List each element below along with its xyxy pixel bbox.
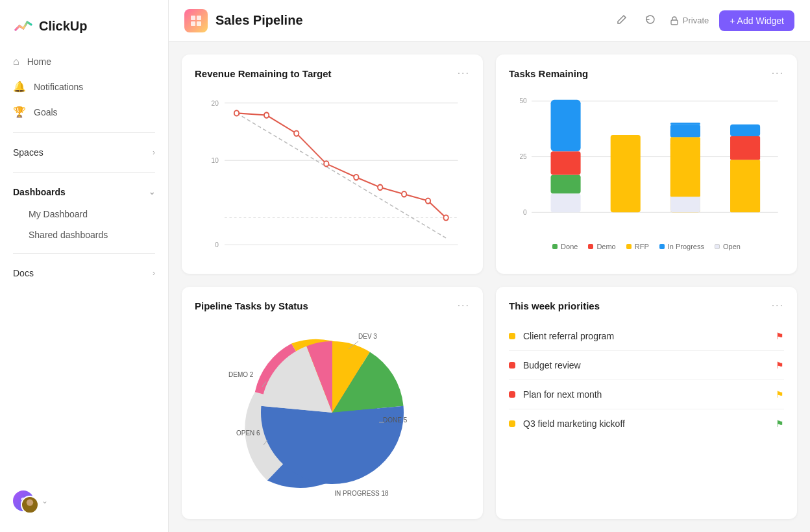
priority-left-4: Q3 field marketing kickoff — [509, 418, 625, 429]
priority-text-1: Client referral program — [523, 331, 614, 341]
pie-chart-svg: DEV 3 DONE 5 IN PROGRESS 18 OPEN 6 DEMO … — [222, 322, 443, 503]
priority-left-2: Budget review — [509, 360, 581, 370]
dashboard-grid: Revenue Remaining to Target ··· 20 10 0 — [169, 42, 810, 532]
nav-divider-1 — [13, 132, 155, 133]
widget-revenue-header: Revenue Remaining to Target ··· — [195, 67, 470, 79]
sidebar-docs-label: Docs — [13, 268, 34, 278]
svg-point-23 — [443, 215, 448, 220]
pie-label-open: OPEN 6 — [236, 429, 260, 437]
widget-revenue-title: Revenue Remaining to Target — [195, 68, 332, 79]
logo-area: ClickUp — [0, 10, 168, 49]
private-badge: Private — [670, 16, 709, 25]
sidebar-item-docs[interactable]: Docs › — [0, 261, 168, 285]
svg-point-16 — [264, 112, 269, 117]
svg-text:10: 10 — [212, 156, 219, 165]
legend-inprogress: In Progress — [659, 243, 704, 250]
legend-rfp-dot — [626, 244, 632, 249]
sidebar-item-goals[interactable]: 🏆 Goals — [0, 99, 168, 125]
widget-priorities-header: This week priorities ··· — [509, 300, 784, 311]
sidebar-notifications-label: Notifications — [34, 82, 83, 92]
priority-dot-3 — [509, 391, 515, 398]
dashboard-icon — [184, 9, 208, 32]
sidebar-footer: S ⌄ — [0, 480, 168, 522]
pie-label-inprogress: IN PROGRESS 18 — [334, 490, 389, 497]
nav-divider-2 — [13, 172, 155, 173]
priority-flag-4: ⚑ — [776, 418, 784, 429]
svg-text:50: 50 — [519, 98, 527, 105]
svg-rect-34 — [611, 135, 641, 212]
private-label: Private — [683, 16, 709, 25]
svg-rect-33 — [551, 100, 581, 151]
legend-demo-dot — [588, 244, 593, 249]
sidebar-item-home[interactable]: ⌂ Home — [0, 49, 168, 74]
legend-rfp-label: RFP — [635, 243, 649, 250]
priority-text-3: Plan for next month — [523, 389, 602, 400]
svg-rect-39 — [670, 137, 700, 197]
sidebar-home-label: Home — [27, 56, 51, 67]
widget-tasks-remaining: Tasks Remaining ··· 50 25 0 — [496, 54, 797, 274]
refresh-button[interactable] — [641, 10, 659, 31]
svg-point-0 — [27, 499, 33, 505]
widget-priorities-menu[interactable]: ··· — [772, 300, 784, 311]
pie-label-done: DONE 5 — [383, 417, 408, 424]
priority-dot-4 — [509, 420, 515, 427]
pie-label-demo: DEMO 2 — [228, 371, 254, 378]
svg-rect-40 — [670, 125, 700, 137]
svg-rect-2 — [191, 16, 195, 20]
svg-point-19 — [354, 175, 358, 180]
widget-tasks-header: Tasks Remaining ··· — [509, 67, 784, 79]
goals-icon: 🏆 — [13, 106, 26, 118]
user-avatar[interactable]: S — [13, 490, 34, 511]
svg-text:0: 0 — [523, 209, 527, 216]
widget-tasks-title: Tasks Remaining — [509, 68, 588, 79]
svg-text:25: 25 — [519, 153, 527, 160]
svg-line-14 — [237, 113, 447, 237]
line-chart: 20 10 0 — [195, 90, 470, 258]
sidebar-item-my-dashboard[interactable]: My Dashboard — [0, 204, 168, 224]
svg-rect-43 — [730, 160, 760, 212]
sidebar-navigation: ⌂ Home 🔔 Notifications 🏆 Goals Spaces › … — [0, 49, 168, 480]
svg-point-22 — [426, 198, 430, 203]
priority-text-4: Q3 field marketing kickoff — [523, 418, 625, 429]
widget-revenue: Revenue Remaining to Target ··· 20 10 0 — [182, 54, 483, 274]
legend-done: Done — [552, 243, 578, 250]
chevron-down-icon: ⌄ — [149, 187, 155, 197]
chevron-down-user: ⌄ — [42, 496, 48, 505]
widget-revenue-menu[interactable]: ··· — [458, 67, 470, 79]
sidebar-item-spaces[interactable]: Spaces › — [0, 141, 168, 164]
svg-point-18 — [324, 161, 328, 166]
chevron-right-icon: › — [153, 148, 155, 157]
priority-left-1: Client referral program — [509, 331, 614, 341]
svg-rect-5 — [197, 21, 201, 26]
grid-icon — [190, 14, 202, 27]
sidebar-item-notifications[interactable]: 🔔 Notifications — [0, 74, 168, 99]
widget-pipeline-title: Pipeline Tasks by Status — [195, 300, 308, 311]
legend-demo: Demo — [588, 243, 615, 250]
header-left: Sales Pipeline — [184, 9, 303, 32]
revenue-chart-svg: 20 10 0 — [195, 90, 470, 258]
sidebar-item-shared-dashboards[interactable]: Shared dashboards — [0, 224, 168, 245]
svg-text:20: 20 — [212, 99, 219, 107]
sidebar-item-dashboards[interactable]: Dashboards ⌄ — [0, 180, 168, 204]
add-widget-button[interactable]: + Add Widget — [719, 10, 794, 31]
priority-item-4: Q3 field marketing kickoff ⚑ — [509, 409, 784, 438]
priority-text-2: Budget review — [523, 360, 581, 370]
tasks-chart-svg: 50 25 0 — [509, 90, 784, 232]
legend-open-label: Open — [723, 243, 741, 250]
edit-button[interactable] — [613, 10, 631, 31]
svg-rect-32 — [551, 151, 581, 175]
legend-demo-label: Demo — [596, 243, 615, 250]
bell-icon: 🔔 — [13, 80, 26, 93]
header-right: Private + Add Widget — [613, 10, 794, 31]
svg-point-15 — [234, 110, 239, 115]
widget-tasks-menu[interactable]: ··· — [772, 67, 784, 79]
sidebar: ClickUp ⌂ Home 🔔 Notifications 🏆 Goals S… — [0, 0, 169, 532]
priority-left-3: Plan for next month — [509, 389, 602, 400]
legend-done-label: Done — [561, 243, 578, 250]
pie-chart: DEV 3 DONE 5 IN PROGRESS 18 OPEN 6 DEMO … — [195, 322, 470, 503]
svg-rect-31 — [551, 175, 581, 193]
home-icon: ⌂ — [13, 56, 19, 67]
avatar-photo — [21, 496, 39, 514]
my-dashboard-label: My Dashboard — [29, 209, 88, 219]
widget-pipeline-menu[interactable]: ··· — [458, 300, 470, 311]
